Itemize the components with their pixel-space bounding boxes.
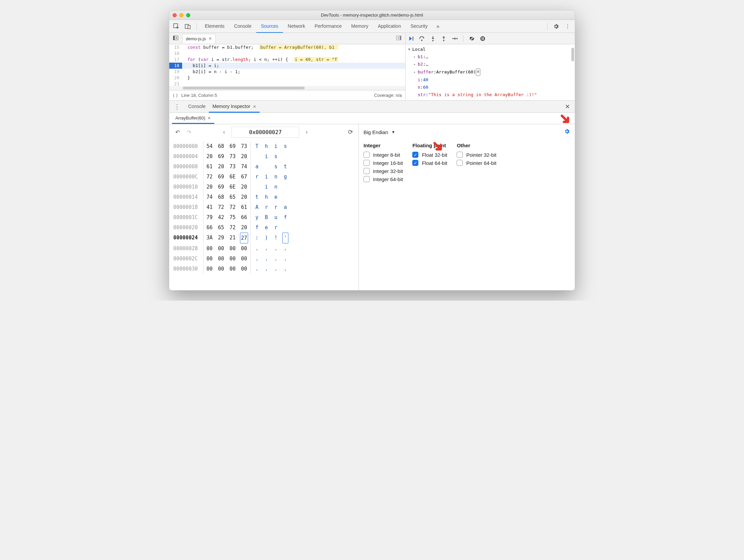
scope-pane[interactable]: ▼Local ▸b1: …▸b2: …▸buffer: ArrayBuffer(… — [406, 44, 575, 100]
scope-variable[interactable]: i: 40 — [406, 76, 575, 84]
pause-exceptions-icon[interactable] — [480, 36, 486, 42]
close-drawer-icon[interactable]: ✕ — [563, 103, 572, 110]
tab-sources[interactable]: Sources — [256, 20, 283, 33]
settings-gear-icon[interactable] — [551, 21, 561, 31]
endianness-label: Big Endian — [364, 129, 388, 135]
checkbox[interactable] — [364, 176, 370, 182]
checkbox[interactable]: ✓ — [412, 152, 418, 158]
close-window-button[interactable] — [173, 13, 177, 17]
code-line[interactable]: 19 b2[i] = n - i - 1; — [169, 69, 405, 75]
device-toggle-icon[interactable] — [183, 21, 193, 31]
hex-row[interactable]: 0000001C79427566yBuf — [173, 212, 354, 222]
hex-grid[interactable]: 0000000054686973This0000000420697320 is … — [169, 140, 358, 290]
scope-variable[interactable]: str: "This is a string in the ArrayBuffe… — [406, 91, 575, 99]
checkbox[interactable] — [364, 160, 370, 166]
drawer-tab-memory-inspector[interactable]: Memory Inspector ✕ — [209, 101, 260, 113]
code-line[interactable]: 15 const buffer = b1.buffer; buffer = Ar… — [169, 44, 405, 50]
drawer-menu-icon[interactable]: ⋮ — [172, 103, 182, 110]
step-into-icon[interactable] — [430, 36, 436, 42]
step-out-icon[interactable] — [441, 36, 447, 42]
type-option[interactable]: ✓Float 64-bit — [412, 160, 447, 166]
inspect-icon[interactable] — [171, 21, 181, 31]
scope-variable[interactable]: ▸b1: … — [406, 53, 575, 61]
tab-application[interactable]: Application — [373, 20, 406, 33]
pretty-print-icon[interactable]: { } — [173, 93, 178, 98]
checkbox[interactable] — [457, 160, 463, 166]
prev-page-icon[interactable]: ‹ — [220, 129, 228, 135]
memory-inspector-tab[interactable]: ArrayBuffer(60) ✕ — [172, 113, 214, 124]
scope-variable[interactable]: n: 60 — [406, 84, 575, 91]
checkbox[interactable] — [457, 152, 463, 158]
type-option[interactable]: Integer 32-bit — [364, 168, 403, 174]
hex-nav: ↶ ↷ ‹ › ⟳ — [169, 124, 358, 140]
scope-variable[interactable]: ▸b2: … — [406, 61, 575, 68]
file-tab-demo-js[interactable]: demo-js.js ✕ — [182, 34, 216, 43]
checkbox[interactable] — [364, 152, 370, 158]
type-group-integer: IntegerInteger 8-bitInteger 16-bitIntege… — [364, 143, 403, 184]
debugger-toolbar — [406, 33, 575, 44]
vertical-scrollbar[interactable] — [571, 48, 574, 61]
refresh-icon[interactable]: ⟳ — [346, 128, 354, 136]
code-line[interactable]: 18 b1[i] = i; — [169, 63, 405, 69]
svg-rect-6 — [400, 36, 401, 40]
horizontal-scrollbar[interactable] — [169, 86, 405, 90]
tab-elements[interactable]: Elements — [200, 20, 229, 33]
type-option[interactable]: Integer 16-bit — [364, 160, 403, 166]
resume-icon[interactable] — [408, 36, 414, 42]
type-option[interactable]: Integer 64-bit — [364, 176, 403, 182]
step-over-icon[interactable] — [419, 36, 425, 42]
sources-left-pane: demo-js.js ✕ 15 const buffer = b1.buffer… — [169, 33, 406, 100]
hex-row[interactable]: 0000002800000000.... — [173, 243, 354, 254]
tab-security[interactable]: Security — [406, 20, 433, 33]
type-option[interactable]: Integer 8-bit — [364, 152, 403, 158]
drawer-tab-console[interactable]: Console — [185, 101, 209, 112]
hex-row[interactable]: 0000001020696E20 in — [173, 182, 354, 192]
code-line[interactable]: 16 — [169, 50, 405, 57]
deactivate-breakpoints-icon[interactable] — [469, 36, 475, 42]
type-option[interactable]: Pointer 32-bit — [457, 152, 496, 158]
tab-network[interactable]: Network — [283, 20, 310, 33]
checkbox[interactable]: ✓ — [412, 160, 418, 166]
type-option[interactable]: Pointer 64-bit — [457, 160, 496, 166]
kebab-menu-icon[interactable]: ⋮ — [563, 21, 573, 31]
scope-variable[interactable]: ▸buffer: ArrayBuffer(60) ⠿ — [406, 68, 575, 76]
code-line[interactable]: 21 — [169, 81, 405, 86]
svg-point-13 — [480, 36, 485, 41]
hex-row[interactable]: 0000000420697320 is — [173, 151, 354, 161]
code-line[interactable]: 17 for (var i = str.length; i < n; ++i) … — [169, 57, 405, 63]
next-page-icon[interactable]: › — [303, 129, 311, 135]
navigator-toggle-icon[interactable] — [171, 35, 180, 42]
svg-rect-7 — [413, 37, 413, 41]
endianness-select[interactable]: Big Endian ▼ — [364, 129, 395, 135]
scope-header[interactable]: ▼Local — [406, 46, 575, 53]
hex-row[interactable]: 0000002066657220fer — [173, 222, 354, 233]
undo-icon[interactable]: ↶ — [173, 129, 181, 135]
tab-performance[interactable]: Performance — [310, 20, 346, 33]
hex-row[interactable]: 0000000861207374a st — [173, 161, 354, 172]
debugger-toggle-icon[interactable] — [394, 35, 403, 42]
checkbox[interactable] — [364, 168, 370, 174]
hex-row[interactable]: 0000001841727261Arra — [173, 202, 354, 212]
code-editor[interactable]: 15 const buffer = b1.buffer; buffer = Ar… — [169, 44, 405, 86]
hex-row[interactable]: 0000000C72696E67ring — [173, 172, 354, 182]
close-icon[interactable]: ✕ — [209, 36, 212, 41]
value-interpreter-pane: Big Endian ▼ IntegerInteger 8-bitInteger… — [359, 124, 575, 290]
code-line[interactable]: 20 } — [169, 75, 405, 81]
more-tabs-icon[interactable]: » — [434, 23, 442, 29]
hex-row[interactable]: 0000003000000000.... — [173, 264, 354, 274]
value-settings-gear-icon[interactable] — [564, 128, 570, 136]
hex-row[interactable]: 0000000054686973This — [173, 141, 354, 151]
address-input[interactable] — [232, 127, 299, 138]
minimize-window-button[interactable] — [179, 13, 183, 17]
hex-row[interactable]: 0000001474686520the — [173, 192, 354, 202]
tab-console[interactable]: Console — [229, 20, 256, 33]
annotation-arrow-icon — [433, 141, 445, 153]
close-icon[interactable]: ✕ — [207, 116, 211, 121]
step-icon[interactable] — [452, 36, 458, 42]
tab-memory[interactable]: Memory — [347, 20, 373, 33]
hex-row[interactable]: 000000243A292127:)!' — [173, 233, 354, 243]
redo-icon[interactable]: ↷ — [185, 129, 193, 135]
hex-row[interactable]: 0000002C00000000.... — [173, 254, 354, 264]
coverage-status: Coverage: n/a — [374, 93, 402, 98]
zoom-window-button[interactable] — [186, 13, 190, 17]
